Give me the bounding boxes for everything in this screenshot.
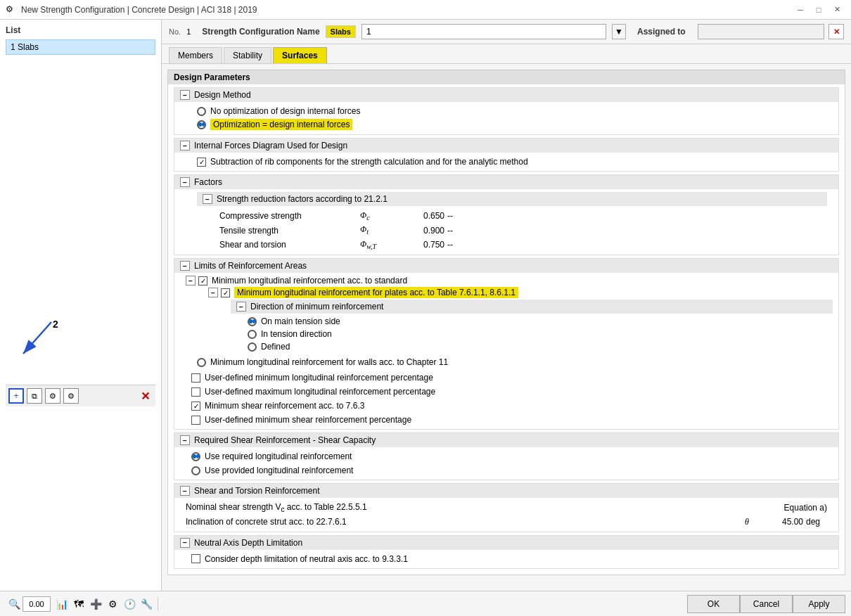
toolbar-wrench-icon[interactable]: 🔧 [138, 596, 155, 612]
toolbar-settings3-icon[interactable]: ⚙ [104, 596, 121, 612]
shear-torsion-row-2: Inclination of concrete strut acc. to 22… [186, 515, 827, 529]
toolbar-add-icon[interactable]: ➕ [87, 596, 104, 612]
direction-label: Direction of minimum reinforcement [250, 302, 383, 312]
shear-torsion-row-1: Nominal shear strength Vc acc. to Table … [186, 501, 827, 515]
direction-collapse[interactable]: − [236, 302, 246, 312]
sidebar-item-label: 1 Slabs [11, 42, 39, 52]
radio-tension-direction-label: In tension direction [261, 329, 332, 339]
delete-icon[interactable]: ✕ [137, 388, 153, 404]
min-long-plates-sub: − Minimum longitudinal reinforcement for… [208, 287, 833, 353]
direction-header: − Direction of minimum reinforcement [231, 300, 833, 314]
direction-row-tension: In tension direction [248, 328, 833, 340]
assigned-clear-button[interactable]: ✕ [828, 24, 844, 39]
min-long-plates-header-row: − Minimum longitudinal reinforcement for… [208, 287, 833, 298]
vc-value: Equation a) [743, 503, 827, 513]
checkbox-subtraction[interactable] [197, 158, 206, 167]
neutral-axis-collapse[interactable]: − [180, 538, 190, 548]
add-icon[interactable]: + [8, 388, 24, 404]
title-text: New Strength Configuration | Concrete De… [21, 5, 792, 15]
design-params-header: Design Parameters [168, 70, 845, 84]
copy-icon[interactable]: ⧉ [27, 388, 42, 404]
radio-no-optimization[interactable] [197, 107, 206, 116]
toolbar-search-icon[interactable]: 🔍 [6, 596, 23, 612]
checkbox-row-user-max: User-defined maximum longitudinal reinfo… [191, 385, 833, 398]
neutral-axis-header: − Neutral Axis Depth Limitation [174, 536, 838, 550]
apply-button[interactable]: Apply [793, 595, 845, 613]
factor-shear-symbol: Φw,T [360, 239, 402, 250]
checkbox-neutral-axis[interactable] [191, 554, 200, 563]
checkbox-user-max[interactable] [191, 387, 200, 397]
radio-main-tension[interactable] [248, 317, 257, 326]
internal-forces-content: Subtraction of rib components for the st… [174, 153, 838, 171]
settings-icon[interactable]: ⚙ [45, 388, 60, 404]
extra-checkboxes: User-defined minimum longitudinal reinfo… [180, 371, 833, 426]
theta-symbol: θ [733, 517, 761, 527]
min-long-collapse[interactable]: − [186, 276, 196, 285]
min-long-plates-collapse[interactable]: − [208, 288, 218, 297]
factors-content: − Strength reduction factors according t… [174, 189, 838, 255]
internal-forces-section: − Internal Forces Diagram Used for Desig… [174, 138, 839, 172]
minimize-button[interactable]: ─ [792, 3, 809, 17]
checkbox-user-shear[interactable] [191, 416, 200, 425]
radio-defined-label: Defined [261, 342, 290, 352]
tab-stability[interactable]: Stability [224, 47, 271, 63]
maximize-button[interactable]: □ [810, 3, 827, 17]
factor-row-shear: Shear and torsion Φw,T 0.750 -- [219, 238, 827, 252]
toolbar-chart-icon[interactable]: 📊 [53, 596, 70, 612]
radio-use-provided[interactable] [191, 466, 200, 475]
assigned-input[interactable] [698, 24, 824, 39]
config-name-input[interactable] [361, 24, 606, 39]
design-method-row-1: No optimization of design internal force… [197, 105, 827, 117]
design-params-content: − Design Method No optimization of desig… [168, 84, 845, 575]
neutral-axis-row: Consider depth limitation of neutral axi… [191, 553, 821, 565]
tab-surfaces[interactable]: Surfaces [273, 47, 327, 63]
radio-optimization[interactable] [197, 120, 206, 129]
checkbox-min-shear-label: Minimum shear reinforcement acc. to 7.6.… [205, 401, 364, 411]
right-panel: No. 1 Strength Configuration Name Slabs … [162, 20, 851, 591]
radio-tension-direction[interactable] [248, 330, 257, 339]
internal-forces-collapse[interactable]: − [180, 141, 190, 150]
factor-tensile-symbol: Φt [360, 224, 402, 236]
svg-line-1 [23, 322, 51, 354]
ok-button[interactable]: OK [687, 595, 740, 613]
radio-walls[interactable] [197, 358, 206, 367]
radio-optimization-label: Optimization = design internal forces [210, 119, 352, 130]
config-name-label: Strength Configuration Name [202, 27, 319, 37]
tab-members[interactable]: Members [169, 47, 222, 63]
shear-row-required: Use required longitudinal reinforcement [191, 450, 821, 463]
checkbox-min-long-plates[interactable] [221, 288, 230, 297]
inclination-label: Inclination of concrete strut acc. to 22… [186, 517, 733, 527]
design-method-collapse[interactable]: − [180, 90, 190, 100]
close-button[interactable]: ✕ [828, 3, 845, 17]
internal-forces-row-1: Subtraction of rib components for the st… [197, 155, 827, 168]
shear-torsion-collapse[interactable]: − [180, 486, 190, 496]
design-params-label: Design Parameters [174, 72, 250, 82]
min-long-sub: − Minimum longitudinal reinforcement acc… [186, 276, 833, 353]
neutral-axis-content: Consider depth limitation of neutral axi… [174, 550, 838, 568]
limits-collapse[interactable]: − [180, 261, 190, 271]
settings2-icon[interactable]: ⚙ [63, 388, 79, 404]
shear-reinf-collapse[interactable]: − [180, 435, 190, 445]
vc-label: Nominal shear strength Vc acc. to Table … [186, 502, 743, 513]
neutral-axis-label: Neutral Axis Depth Limitation [194, 538, 302, 548]
factor-compressive-symbol: Φc [360, 210, 402, 222]
toolbar-value-display: 0.00 [23, 596, 51, 612]
direction-row-defined: Defined [248, 340, 833, 353]
radio-use-required[interactable] [191, 452, 200, 461]
factors-collapse[interactable]: − [180, 177, 190, 187]
checkbox-min-shear[interactable] [191, 402, 200, 411]
sidebar-item-slabs[interactable]: 1 Slabs [6, 39, 155, 55]
checkbox-min-long[interactable] [198, 276, 207, 285]
limits-header: − Limits of Reinforcement Areas [174, 259, 838, 273]
factors-sub-collapse[interactable]: − [203, 194, 212, 204]
toolbar-history-icon[interactable]: 🕐 [121, 596, 138, 612]
cancel-button[interactable]: Cancel [740, 595, 793, 613]
checkbox-user-min-label: User-defined minimum longitudinal reinfo… [205, 373, 433, 383]
no-label: No. [169, 27, 181, 36]
checkbox-user-min[interactable] [191, 373, 200, 383]
design-method-content: No optimization of design internal force… [174, 102, 838, 134]
dropdown-arrow[interactable]: ▼ [612, 24, 626, 39]
radio-defined[interactable] [248, 342, 257, 352]
shear-reinforcement-section: − Required Shear Reinforcement - Shear C… [174, 432, 839, 480]
toolbar-map-icon[interactable]: 🗺 [70, 596, 87, 612]
